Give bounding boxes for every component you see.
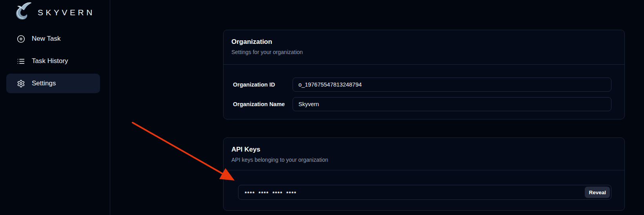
api-key-masked-value: **** **** **** **** (245, 190, 297, 196)
gear-icon (17, 79, 25, 88)
skyvern-dragon-logo-icon (11, 2, 34, 23)
api-keys-card-subtitle: API keys belonging to your organization (231, 157, 615, 163)
organization-id-input[interactable] (293, 78, 611, 92)
organization-card-subtitle: Settings for your organization (231, 49, 615, 56)
organization-name-input[interactable] (293, 97, 611, 111)
reveal-button[interactable]: Reveal (585, 187, 610, 198)
organization-card: Organization Settings for your organizat… (223, 30, 625, 119)
sidebar-item-task-history[interactable]: Task History (6, 51, 100, 71)
sidebar: SKYVERN New Task Task History (0, 0, 110, 215)
api-key-field[interactable]: **** **** **** **** Reveal (238, 185, 611, 200)
api-keys-card-title: API Keys (231, 145, 615, 154)
sidebar-item-label: Task History (32, 57, 68, 65)
brand-name: SKYVERN (38, 8, 95, 17)
organization-name-row: Organization Name (233, 97, 611, 111)
list-icon (17, 57, 25, 65)
organization-card-title: Organization (231, 38, 615, 46)
organization-id-label: Organization ID (233, 81, 293, 88)
sidebar-item-label: Settings (32, 79, 56, 87)
organization-card-header: Organization Settings for your organizat… (224, 30, 624, 56)
organization-name-label: Organization Name (233, 101, 293, 107)
organization-id-row: Organization ID (233, 78, 611, 92)
organization-card-body: Organization ID Organization Name (224, 65, 624, 111)
brand[interactable]: SKYVERN (0, 0, 110, 23)
plus-circle-icon (17, 35, 25, 43)
sidebar-nav: New Task Task History Settings (0, 29, 110, 93)
api-keys-card: API Keys API keys belonging to your orga… (223, 137, 625, 211)
api-keys-card-body: **** **** **** **** Reveal (224, 170, 624, 200)
api-keys-card-header: API Keys API keys belonging to your orga… (224, 138, 624, 163)
sidebar-item-settings[interactable]: Settings (6, 74, 100, 93)
sidebar-item-new-task[interactable]: New Task (6, 29, 100, 49)
sidebar-item-label: New Task (32, 35, 60, 43)
